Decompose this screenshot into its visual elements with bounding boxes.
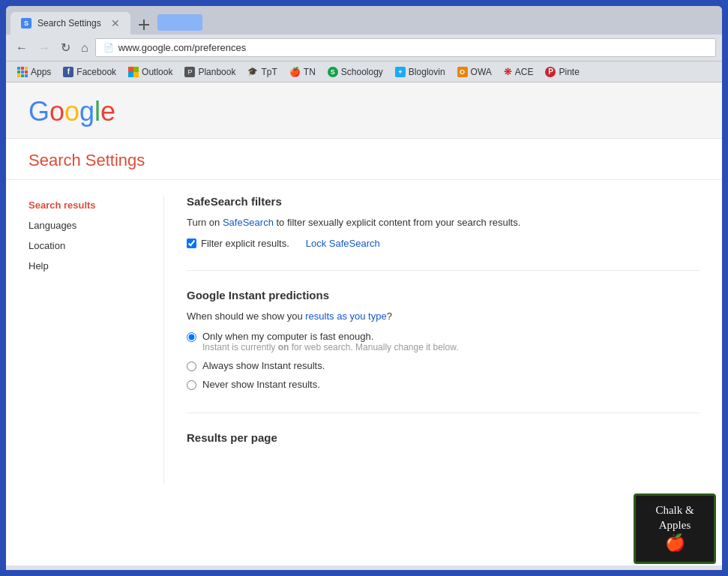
watermark: Chalk & Apples 🍎 (634, 494, 716, 564)
schoology-icon: S (328, 67, 338, 77)
tab-title: Search Settings (37, 18, 101, 28)
planbook-icon: P (184, 67, 195, 77)
safesearch-link[interactable]: SafeSearch (223, 217, 274, 228)
bookmark-ace-label: ACE (515, 67, 534, 77)
tpt-icon: 🎓 (247, 67, 258, 76)
address-bar[interactable]: 📄 www.google.com/preferences (95, 38, 716, 57)
svg-rect-1 (139, 24, 149, 26)
bookmark-bloglovin[interactable]: + Bloglovin (390, 65, 451, 79)
instant-option-0-sublabel: Instant is currently on for web search. … (202, 342, 459, 352)
browser-tab[interactable]: S Search Settings ✕ (10, 12, 130, 34)
svg-rect-2 (128, 67, 133, 72)
bookmark-facebook[interactable]: f Facebook (58, 65, 121, 79)
bookmark-tpt-label: TpT (261, 67, 277, 77)
svg-rect-4 (128, 72, 133, 77)
google-header: Google (6, 82, 722, 139)
tab-favicon: S (21, 18, 31, 28)
safesearch-section: SafeSearch filters Turn on SafeSearch to… (187, 195, 700, 271)
safesearch-desc-suffix: to filter sexually explicit content from… (274, 217, 520, 228)
page-title: Search Settings (28, 151, 700, 170)
refresh-button[interactable]: ↻ (57, 38, 74, 57)
bookmarks-bar: Apps f Facebook Outlook P Planbook (6, 62, 722, 82)
sidebar-item-help[interactable]: Help (28, 256, 163, 276)
bookmark-outlook-label: Outlook (142, 67, 172, 77)
instant-option-0-label: Only when my computer is fast enough. (202, 331, 459, 342)
instant-option-0: Only when my computer is fast enough. In… (187, 331, 700, 352)
instant-link[interactable]: results as you type (305, 310, 386, 322)
main-layout: Search results Languages Location Help S… (6, 180, 722, 500)
instant-desc-suffix: ? (387, 310, 392, 322)
instant-title: Google Instant predictions (187, 289, 700, 302)
google-logo: Google (28, 96, 115, 127)
bloglovin-icon: + (395, 67, 406, 77)
content-area: SafeSearch filters Turn on SafeSearch to… (163, 195, 700, 484)
new-tab-button[interactable] (133, 15, 154, 34)
facebook-icon: f (63, 67, 73, 77)
bookmark-outlook[interactable]: Outlook (123, 65, 178, 79)
safesearch-desc-prefix: Turn on (187, 217, 223, 228)
instant-option-1-label: Always show Instant results. (202, 360, 325, 371)
bookmark-apps-label: Apps (31, 67, 51, 77)
nav-bar: ← → ↻ ⌂ 📄 www.google.com/preferences (6, 34, 722, 62)
sidebar-item-location[interactable]: Location (28, 236, 163, 256)
bookmark-pinterest[interactable]: P Pinte (540, 65, 584, 79)
watermark-line1: Chalk & (655, 504, 694, 516)
safesearch-description: Turn on SafeSearch to filter sexually ex… (187, 215, 700, 230)
instant-radio-0[interactable] (187, 332, 196, 342)
bookmark-owa-label: OWA (471, 67, 492, 77)
instant-option-2-text: Never show Instant results. (202, 379, 320, 390)
safesearch-title: SafeSearch filters (187, 195, 700, 208)
instant-radio-1[interactable] (187, 362, 196, 371)
svg-rect-5 (133, 72, 139, 77)
filter-explicit-row: Filter explicit results. Lock SafeSearch (187, 238, 700, 249)
outlook-icon (128, 67, 139, 77)
browser-window: S Search Settings ✕ ← → ↻ ⌂ 📄 www.google… (6, 6, 722, 570)
sidebar-item-search-results[interactable]: Search results (28, 195, 163, 215)
tab-bar: S Search Settings ✕ (6, 6, 722, 34)
bookmark-tn[interactable]: 🍎 TN (284, 65, 321, 79)
bookmark-owa[interactable]: O OWA (452, 65, 497, 79)
bookmark-planbook[interactable]: P Planbook (179, 65, 241, 79)
instant-option-2-label: Never show Instant results. (202, 379, 320, 390)
address-text: www.google.com/preferences (118, 42, 247, 53)
tab-close-button[interactable]: ✕ (111, 17, 120, 29)
bookmark-planbook-label: Planbook (198, 67, 235, 77)
bookmark-schoology-label: Schoology (341, 67, 383, 77)
ace-icon: ❋ (504, 66, 512, 77)
page-title-bar: Search Settings (6, 139, 722, 180)
svg-rect-3 (133, 67, 139, 72)
tab-bar-extra (157, 14, 202, 31)
back-button[interactable]: ← (12, 39, 31, 57)
results-per-page-title: Results per page (187, 431, 700, 444)
instant-option-2: Never show Instant results. (187, 379, 700, 390)
instant-section: Google Instant predictions When should w… (187, 289, 700, 414)
filter-explicit-label: Filter explicit results. (201, 238, 289, 249)
instant-description: When should we show you results as you t… (187, 309, 700, 324)
owa-icon: O (457, 67, 468, 77)
bookmark-bloglovin-label: Bloglovin (409, 67, 445, 77)
bookmark-schoology[interactable]: S Schoology (322, 65, 388, 79)
instant-radio-2[interactable] (187, 380, 196, 390)
filter-explicit-checkbox[interactable] (187, 238, 196, 248)
bookmark-apps[interactable]: Apps (12, 65, 56, 79)
bookmark-pinterest-label: Pinte (559, 67, 579, 77)
apps-grid-icon (17, 67, 28, 77)
instant-desc-prefix: When should we show you (187, 310, 305, 322)
instant-option-1: Always show Instant results. (187, 360, 700, 371)
tn-icon: 🍎 (289, 67, 301, 77)
page-content: Google Search Settings Search results La… (6, 82, 722, 566)
home-button[interactable]: ⌂ (77, 39, 92, 57)
bookmark-facebook-label: Facebook (76, 67, 116, 77)
bookmark-tpt[interactable]: 🎓 TpT (242, 65, 282, 79)
pinterest-icon: P (545, 67, 556, 77)
sidebar: Search results Languages Location Help (28, 195, 163, 484)
bookmark-ace[interactable]: ❋ ACE (499, 64, 539, 79)
forward-button[interactable]: → (34, 39, 54, 57)
instant-option-0-text: Only when my computer is fast enough. In… (202, 331, 459, 352)
bookmark-tn-label: TN (304, 67, 316, 77)
watermark-line2: Apples (659, 519, 691, 531)
lock-safesearch-link[interactable]: Lock SafeSearch (306, 238, 380, 249)
sidebar-item-languages[interactable]: Languages (28, 215, 163, 236)
watermark-apple-icon: 🍎 (645, 532, 705, 554)
instant-option-1-text: Always show Instant results. (202, 360, 325, 371)
